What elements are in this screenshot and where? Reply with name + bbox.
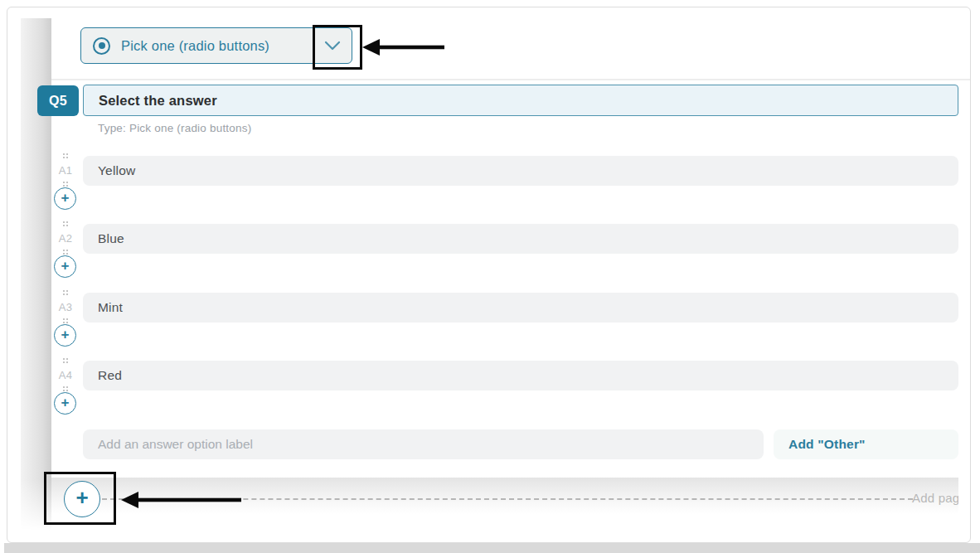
answer-input[interactable] [83,361,958,390]
annotation-arrow-to-add-page [121,489,242,511]
drag-dots-icon[interactable] [62,181,68,187]
add-page-label: Add page [912,491,958,505]
answer-input[interactable] [83,293,958,323]
annotation-arrow-to-chevron [362,36,445,58]
section-divider [51,79,970,80]
background-bottom-bar [4,543,980,553]
question-title-input[interactable] [83,85,958,116]
radio-button-icon [93,37,110,55]
drag-dots-icon[interactable] [62,153,68,158]
insert-answer-button[interactable]: + [54,324,76,347]
answer-id-label: A4 [55,369,76,381]
drag-dots-icon[interactable] [62,221,68,226]
insert-answer-button[interactable]: + [54,392,76,415]
survey-editor-page: Pick one (radio buttons) Q5 Type: Pick o… [0,0,980,553]
answer-id-label: A2 [55,232,76,245]
drag-dots-icon[interactable] [62,318,68,323]
drag-dots-icon[interactable] [62,249,68,255]
drag-dots-icon[interactable] [62,289,68,295]
answer-input[interactable] [83,156,958,186]
annotation-box-dropdown-chevron [313,25,362,70]
question-type-hint: Type: Pick one (radio buttons) [98,122,251,134]
insert-answer-button[interactable]: + [54,255,76,278]
question-type-selected-label: Pick one (radio buttons) [121,38,269,54]
drag-dots-icon[interactable] [62,357,68,363]
add-answer-input[interactable] [83,429,764,459]
answer-id-label: A1 [55,164,76,177]
insert-answer-button[interactable]: + [54,187,76,210]
question-number-badge: Q5 [37,85,79,116]
answer-id-label: A3 [55,301,76,313]
drag-dots-icon[interactable] [62,386,68,391]
question-type-dropdown[interactable]: Pick one (radio buttons) [80,27,352,64]
answer-input[interactable] [83,224,958,254]
annotation-box-add-page [44,472,116,525]
add-other-button[interactable]: Add "Other" [774,429,958,459]
